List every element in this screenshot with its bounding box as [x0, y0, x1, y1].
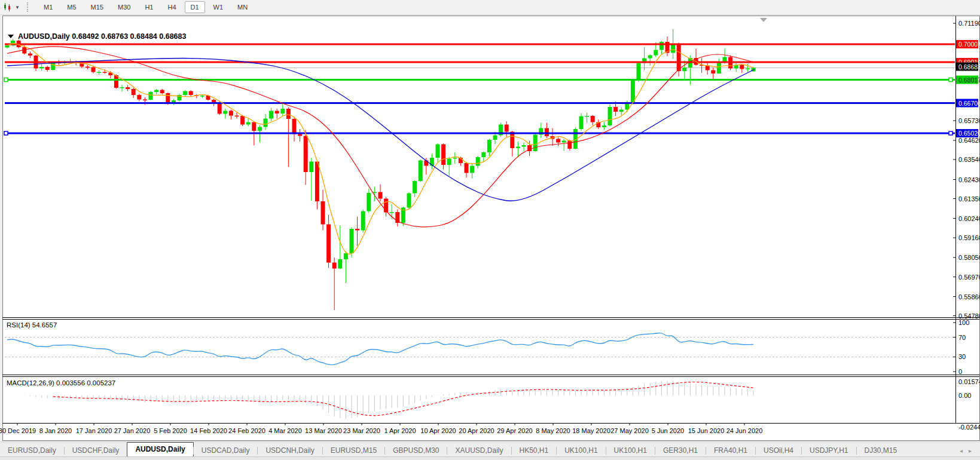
chart-tab-bar: EURUSD,DailyUSDCHF,DailyAUDUSD,DailyUSDC…	[0, 441, 980, 457]
candle	[481, 152, 486, 157]
line-handle[interactable]	[4, 131, 8, 135]
line-handle[interactable]	[949, 131, 952, 135]
chart-tab-usdcnh-daily[interactable]: USDCNH,Daily	[258, 444, 322, 457]
line-handle[interactable]	[4, 78, 8, 82]
candle	[275, 111, 279, 114]
candle	[533, 135, 538, 152]
candle	[280, 109, 285, 114]
candle	[556, 139, 560, 143]
date-tick-label: 30 Dec 2019	[0, 427, 36, 434]
price-tick-label: 0.63540	[958, 156, 980, 163]
candle	[407, 194, 411, 208]
candle	[619, 110, 624, 112]
chart-title-group: AUDUSD,Daily 0.68492 0.68763 0.68484 0.6…	[8, 32, 186, 41]
candle	[682, 68, 686, 71]
candle	[390, 212, 394, 213]
candle	[264, 119, 268, 127]
chart-window[interactable]: 100703000.0157410.00-0.0244120.711900.65…	[0, 14, 980, 442]
chart-tab-usdchf-daily[interactable]: USDCHF,Daily	[65, 444, 127, 457]
macd-max-label: 0.015741	[958, 378, 980, 385]
toolbar-grip[interactable]	[27, 2, 32, 12]
candle	[487, 140, 491, 152]
candle	[648, 56, 652, 59]
chart-tab-usdjpy-h1[interactable]: USDJPY,H1	[802, 444, 856, 457]
date-tick-label: 8 Jan 2020	[39, 427, 72, 434]
timeframe-button-mn[interactable]: MN	[231, 1, 254, 13]
date-tick-label: 17 Jan 2020	[76, 427, 112, 434]
line-handle[interactable]	[949, 78, 952, 82]
timeframe-button-m5[interactable]: M5	[61, 1, 82, 13]
candle	[591, 116, 595, 122]
timeframe-button-m1[interactable]: M1	[38, 1, 59, 13]
timeframe-button-m30[interactable]: M30	[112, 1, 136, 13]
timeframe-button-h4[interactable]: H4	[161, 1, 182, 13]
timeframe-button-h1[interactable]: H1	[139, 1, 159, 13]
chart-tab-usoil-h4[interactable]: USOil,H4	[756, 444, 801, 457]
chart-tab-fra40-h1[interactable]: FRA40,H1	[706, 444, 755, 457]
candle	[298, 134, 302, 136]
timeframe-toolbar: M1M5M15M30H1H4D1W1MN	[36, 1, 255, 13]
chart-tab-eurusd-m15[interactable]: EURUSD,M15	[323, 444, 384, 457]
candle	[436, 145, 440, 158]
candle	[292, 119, 297, 134]
candle	[637, 63, 641, 81]
date-tick-label: 10 Apr 2020	[420, 427, 456, 434]
candle	[510, 132, 514, 149]
timeframe-button-d1[interactable]: D1	[185, 1, 205, 13]
candle	[189, 91, 193, 96]
rsi-label: RSI(14) 54.6557	[7, 321, 57, 329]
candle	[453, 158, 457, 159]
chart-tab-eurusd-daily[interactable]: EURUSD,Daily	[0, 444, 64, 457]
candle	[51, 63, 55, 70]
candle	[671, 45, 675, 53]
candle	[579, 116, 584, 130]
chart-tab-audusd-daily[interactable]: AUDUSD,Daily	[127, 442, 193, 457]
current-price-label-text: 0.68683	[958, 63, 980, 70]
date-tick-label: 29 Apr 2020	[497, 427, 532, 434]
tab-scroll-right-icon[interactable]: ▸	[969, 447, 972, 454]
chart-title: AUDUSD,Daily 0.68492 0.68763 0.68484 0.6…	[18, 32, 186, 41]
chart-tab-xauusd-daily[interactable]: XAUUSD,Daily	[447, 444, 511, 457]
chart-tab-dj30-m15[interactable]: DJ30,M15	[857, 444, 905, 457]
candle	[154, 90, 158, 93]
chart-tab-ger30-h1[interactable]: GER30,H1	[655, 444, 706, 457]
chart-tab-uk100-h1[interactable]: UK100,H1	[557, 444, 605, 457]
candle	[132, 89, 136, 95]
chevron-down-icon[interactable]: ▾	[14, 4, 21, 10]
date-tick-label: 20 Apr 2020	[459, 427, 494, 434]
timeframe-button-m15[interactable]: M15	[85, 1, 109, 13]
date-tick-label: 8 May 2020	[536, 427, 570, 434]
date-tick-label: 23 Mar 2020	[343, 427, 380, 434]
candle	[258, 127, 262, 131]
candle	[430, 158, 434, 166]
candle	[545, 128, 549, 137]
macd-min-label: -0.024412	[958, 424, 980, 431]
date-tick-label: 5 Feb 2020	[154, 427, 187, 434]
hline-price-label-text: 0.66706	[958, 100, 980, 107]
chart-tab-uk100-h1[interactable]: UK100,H1	[606, 444, 655, 457]
timeframe-button-w1[interactable]: W1	[207, 1, 230, 13]
date-tick-label: 27 May 2020	[610, 427, 649, 434]
candle	[137, 95, 141, 100]
chart-tab-usdcad-daily[interactable]: USDCAD,Daily	[194, 444, 258, 457]
candle	[120, 87, 124, 88]
candle	[304, 136, 308, 173]
candle	[28, 54, 32, 56]
candle	[326, 225, 331, 263]
candlestick-chart-icon[interactable]	[2, 1, 14, 13]
date-tick-label: 14 Feb 2020	[190, 427, 227, 434]
tab-scroll-left-icon[interactable]: ◂	[960, 447, 963, 454]
price-tick-label: 0.55860	[958, 293, 980, 300]
candle	[505, 125, 509, 132]
macd-label: MACD(12,26,9) 0.003556 0.005237	[7, 379, 115, 387]
candle	[45, 67, 50, 70]
candle	[585, 116, 589, 117]
candle	[419, 161, 423, 182]
chart-tab-hk50-h1[interactable]: HK50,H1	[512, 444, 557, 457]
chart-tab-gbpusd-m30[interactable]: GBPUSD,M30	[385, 444, 447, 457]
candle	[516, 147, 520, 149]
date-tick-label: 1 Apr 2020	[384, 427, 416, 434]
candle	[413, 181, 417, 194]
candle	[286, 109, 291, 119]
hline-price-label-text: 0.70007	[958, 41, 980, 48]
